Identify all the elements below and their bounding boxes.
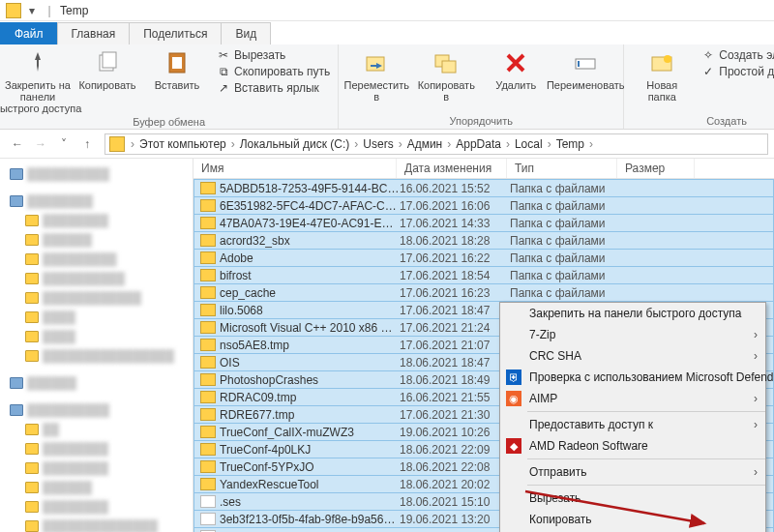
file-name: 47BA0A73-19E4-47E0-AC91-ECD5D33E67... (220, 217, 400, 230)
ctx-cut[interactable]: Вырезать (500, 488, 765, 509)
tab-home[interactable]: Главная (57, 22, 131, 44)
copyto-button[interactable]: Копировать в (416, 48, 476, 103)
file-name: OIS (220, 356, 400, 369)
folder-icon (109, 136, 125, 152)
moveto-icon (362, 48, 391, 77)
ctx-sendto[interactable]: Отправить› (500, 461, 765, 483)
tab-view[interactable]: Вид (221, 22, 271, 44)
file-date: 17.06.2021 14:33 (400, 217, 510, 230)
tab-share[interactable]: Поделиться (129, 22, 222, 44)
newitem-button[interactable]: ✧Создать элемент ▾ (701, 48, 774, 62)
sidebar-nav[interactable]: ██████████ ████████ ████████ ██████ ████… (0, 159, 194, 532)
file-name: YandexRescueTool (220, 478, 400, 491)
delete-button[interactable]: Удалить (486, 48, 546, 91)
file-date: 18.06.2021 22:09 (400, 443, 510, 457)
breadcrumb-segment[interactable]: Этот компьютер (136, 137, 229, 151)
breadcrumb-segment[interactable]: Админ (404, 137, 446, 151)
qat-save-icon[interactable]: ▾ (25, 4, 39, 17)
moveto-button[interactable]: Переместить в (346, 48, 406, 103)
copypath-button[interactable]: ⧉Скопировать путь (217, 65, 330, 78)
file-name: bifrost (220, 269, 400, 282)
svg-rect-6 (442, 61, 456, 73)
nav-forward[interactable]: → (29, 133, 52, 156)
folder-icon (200, 373, 216, 386)
chevron-right-icon: › (546, 137, 553, 151)
breadcrumb-segment[interactable]: Локальный диск (C:) (237, 137, 353, 151)
file-icon (200, 495, 216, 508)
chevron-right-icon: › (754, 418, 758, 431)
paste-icon (163, 48, 192, 77)
ctx-amd[interactable]: ◆AMD Radeon Software (500, 435, 765, 457)
nav-up[interactable]: ↑ (75, 133, 99, 156)
chevron-right-icon: › (504, 137, 512, 151)
ctx-aimp[interactable]: ◉AIMP› (500, 388, 765, 409)
ctx-share[interactable]: Предоставить доступ к› (500, 414, 765, 435)
file-name: RDRE677.tmp (220, 408, 400, 422)
menu-separator (527, 411, 765, 412)
ctx-defender[interactable]: ⛨Проверка с использованием Microsoft Def… (500, 367, 765, 388)
col-type[interactable]: Тип (507, 159, 617, 178)
tab-file[interactable]: Файл (0, 22, 58, 44)
table-row[interactable]: Adobe17.06.2021 16:22Папка с файлами (194, 249, 774, 267)
ribbon-tabs: Файл Главная Поделиться Вид (0, 21, 774, 44)
pasteshortcut-button[interactable]: ↗Вставить ярлык (217, 81, 330, 95)
ctx-crcsha[interactable]: CRC SHA› (500, 345, 765, 367)
group-label: Буфер обмена (8, 114, 330, 128)
folder-icon (200, 391, 216, 403)
folder-icon (200, 269, 216, 281)
easyaccess-button[interactable]: ✓Простой доступ ▾ (701, 65, 774, 78)
copy-button[interactable]: Копировать (77, 48, 137, 91)
column-headers: Имя Дата изменения Тип Размер (194, 159, 774, 179)
nav-recent[interactable]: ˅ (52, 133, 75, 156)
menu-separator (527, 458, 765, 459)
ctx-pin[interactable]: Закрепить на панели быстрого доступа (500, 303, 765, 324)
rename-button[interactable]: Переименовать (555, 48, 615, 91)
copyto-icon (432, 48, 461, 77)
table-row[interactable]: 47BA0A73-19E4-47E0-AC91-ECD5D33E67...17.… (194, 214, 774, 232)
table-row[interactable]: 5ADBD518-7253-49F5-9144-BCA62137D57816.0… (194, 179, 774, 197)
file-name: 3eb3f213-0f5b-4fab-9f8e-b9a564e3922b.t..… (220, 513, 400, 526)
breadcrumb-segment[interactable]: Temp (553, 137, 587, 151)
file-date: 17.06.2021 18:54 (400, 269, 510, 282)
chevron-right-icon: › (754, 328, 758, 341)
col-name[interactable]: Имя (194, 159, 397, 178)
cut-button[interactable]: ✂Вырезать (217, 48, 330, 62)
group-clipboard: Закрепить на панели быстрого доступа Коп… (0, 44, 339, 129)
file-name: RDRAC09.tmp (220, 391, 400, 404)
file-date: 17.06.2021 21:07 (400, 339, 510, 352)
nav-back[interactable]: ← (6, 133, 29, 156)
folder-icon (200, 443, 216, 456)
scissors-icon: ✂ (217, 48, 230, 62)
ctx-copy[interactable]: Копировать (500, 509, 765, 530)
folder-icon (200, 321, 216, 334)
breadcrumb[interactable]: › Этот компьютер›Локальный диск (C:)›Use… (104, 133, 768, 155)
chevron-right-icon: › (587, 137, 595, 151)
table-row[interactable]: 6E351982-5FC4-4DC7-AFAC-C0208469E2...17.… (194, 196, 774, 215)
paste-button[interactable]: Вставить (147, 48, 207, 91)
file-name: acrord32_sbx (220, 234, 400, 248)
folder-icon (200, 304, 216, 316)
file-name: TrueConf-5YPxJO (220, 460, 400, 474)
breadcrumb-segment[interactable]: AppData (453, 137, 504, 151)
file-date: 18.06.2021 20:02 (400, 478, 510, 491)
chevron-right-icon: › (754, 392, 758, 405)
col-size[interactable]: Размер (617, 159, 695, 178)
table-row[interactable]: bifrost17.06.2021 18:54Папка с файлами (194, 266, 774, 284)
newfolder-button[interactable]: Новая папка (632, 48, 692, 103)
easyaccess-icon: ✓ (701, 65, 715, 78)
file-name: nso5AE8.tmp (220, 339, 400, 352)
table-row[interactable]: cep_cache17.06.2021 16:23Папка с файлами (194, 283, 774, 302)
breadcrumb-segment[interactable]: Users (360, 137, 396, 151)
file-name: cep_cache (220, 286, 400, 300)
newitem-icon: ✧ (701, 48, 715, 62)
pin-button[interactable]: Закрепить на панели быстрого доступа (8, 48, 68, 114)
folder-icon (200, 217, 216, 229)
folder-icon (200, 199, 216, 212)
file-type: Папка с файлами (510, 234, 620, 248)
title-bar: ▾ | Temp (0, 0, 774, 21)
table-row[interactable]: acrord32_sbx18.06.2021 18:28Папка с файл… (194, 231, 774, 250)
breadcrumb-segment[interactable]: Local (512, 137, 546, 151)
folder-icon (6, 3, 21, 18)
col-date[interactable]: Дата изменения (397, 159, 507, 178)
ctx-7zip[interactable]: 7-Zip› (500, 324, 765, 345)
